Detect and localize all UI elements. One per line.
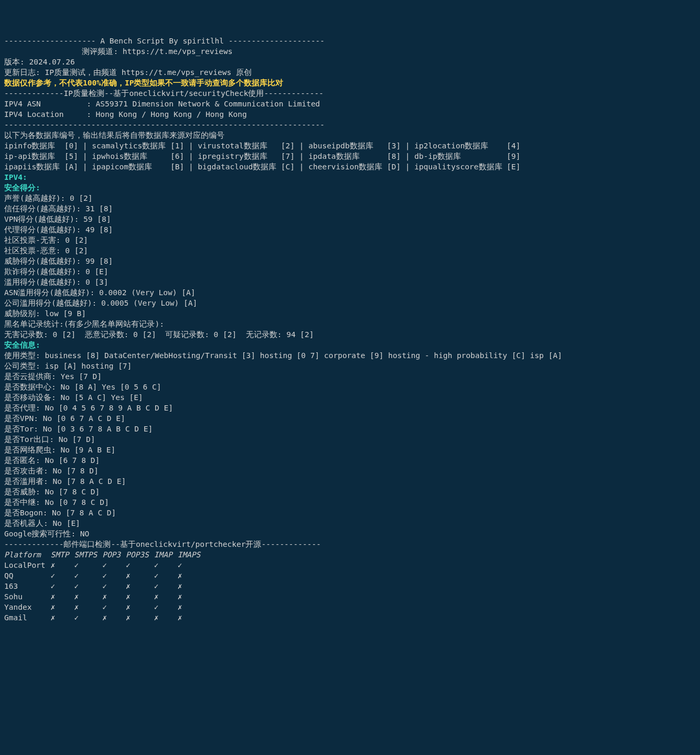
sec-score-11: 威胁级别: low [9 B] bbox=[4, 309, 86, 318]
sec-info-15: 是否Bogon: No [7 8 A C D] bbox=[4, 509, 116, 517]
port-row: Yandex✗✗✓✗✓✗ bbox=[4, 602, 206, 612]
port-status-cell: ✗ bbox=[51, 602, 74, 612]
sec-score-7: 欺诈得分(越低越好): 0 [E] bbox=[4, 267, 109, 276]
sec-score-9: ASN滥用得分(越低越好): 0.0002 (Very Low) [A] bbox=[4, 288, 195, 297]
sec-score-4: 社区投票-无害: 0 [2] bbox=[4, 236, 88, 244]
platform-cell: LocalPort bbox=[4, 560, 51, 570]
sec-info-14: 是否中继: No [0 7 8 C D] bbox=[4, 498, 109, 506]
sec-info-7: 是否Tor: No [0 3 6 7 8 A B C D E] bbox=[4, 425, 153, 433]
version-line: 版本: 2024.07.26 bbox=[4, 58, 75, 66]
port-status-cell: ✓ bbox=[51, 570, 74, 581]
port-section-header: -------------邮件端口检测--基于oneclickvirt/port… bbox=[4, 540, 321, 548]
port-status-cell: ✗ bbox=[102, 591, 126, 602]
sec-score-label: 安全得分: bbox=[4, 184, 40, 192]
warning-line: 数据仅作参考，不代表100%准确，IP类型如果不一致请手动查询多个数据库比对 bbox=[4, 79, 283, 87]
port-status-cell: ✗ bbox=[102, 612, 126, 623]
ipv4-location: IPV4 Location : Hong Kong / Hong Kong / … bbox=[4, 110, 247, 118]
port-status-cell: ✗ bbox=[126, 591, 154, 602]
port-status-cell: ✗ bbox=[126, 612, 154, 623]
port-status-cell: ✗ bbox=[178, 591, 206, 602]
port-header-cell: Platform bbox=[4, 549, 51, 560]
sec-score-6: 威胁得分(越低越好): 99 [8] bbox=[4, 257, 113, 265]
port-status-cell: ✓ bbox=[74, 612, 103, 623]
port-row: Sohu✗✗✗✗✗✗ bbox=[4, 591, 206, 602]
port-header-cell: POP3S bbox=[126, 549, 154, 560]
sec-info-13: 是否威胁: No [7 8 C D] bbox=[4, 488, 100, 496]
sec-info-10: 是否匿名: No [6 7 8 D] bbox=[4, 456, 100, 465]
port-status-cell: ✗ bbox=[178, 570, 206, 581]
port-row: 163✓✓✓✗✓✗ bbox=[4, 581, 206, 591]
sec-info-16: 是否机器人: No [E] bbox=[4, 519, 80, 527]
port-header-cell: IMAP bbox=[154, 549, 178, 560]
sec-score-1: 信任得分(越高越好): 31 [8] bbox=[4, 204, 113, 213]
sec-score-13: 无害记录数: 0 [2] 恶意记录数: 0 [2] 可疑记录数: 0 [2] 无… bbox=[4, 330, 314, 339]
port-header-cell: IMAPS bbox=[178, 549, 206, 560]
port-status-cell: ✗ bbox=[178, 612, 206, 623]
port-status-cell: ✓ bbox=[154, 602, 178, 612]
platform-cell: Yandex bbox=[4, 602, 51, 612]
sec-info-17: Google搜索可行性: NO bbox=[4, 530, 89, 538]
port-status-cell: ✓ bbox=[154, 581, 178, 591]
sec-info-5: 是否代理: No [0 4 5 6 7 8 9 A B C D E] bbox=[4, 404, 173, 412]
sec-info-6: 是否VPN: No [0 6 7 A C D E] bbox=[4, 414, 125, 423]
port-status-cell: ✓ bbox=[126, 560, 154, 570]
sec-info-8: 是否Tor出口: No [7 D] bbox=[4, 435, 95, 444]
sec-score-0: 声誉(越高越好): 0 [2] bbox=[4, 194, 93, 202]
sec-info-3: 是否数据中心: No [8 A] Yes [0 5 6 C] bbox=[4, 383, 161, 391]
port-header-cell: SMTPS bbox=[74, 549, 103, 560]
port-status-cell: ✗ bbox=[178, 581, 206, 591]
port-status-cell: ✓ bbox=[154, 560, 178, 570]
sec-info-4: 是否移动设备: No [5 A C] Yes [E] bbox=[4, 393, 143, 402]
sec-info-2: 是否云提供商: Yes [7 D] bbox=[4, 372, 102, 381]
port-status-cell: ✗ bbox=[51, 612, 74, 623]
port-row: LocalPort✗✓✓✓✓✓ bbox=[4, 560, 206, 570]
port-status-cell: ✓ bbox=[178, 560, 206, 570]
port-status-cell: ✓ bbox=[102, 602, 126, 612]
port-status-cell: ✗ bbox=[178, 602, 206, 612]
port-status-cell: ✓ bbox=[154, 570, 178, 581]
port-status-cell: ✓ bbox=[74, 560, 103, 570]
port-status-cell: ✗ bbox=[51, 560, 74, 570]
platform-cell: 163 bbox=[4, 581, 51, 591]
db-intro: 以下为各数据库编号，输出结果后将自带数据库来源对应的编号 bbox=[4, 131, 224, 139]
sec-info-12: 是否滥用者: No [7 8 A C D E] bbox=[4, 477, 126, 486]
platform-cell: Sohu bbox=[4, 591, 51, 602]
sec-info-9: 是否网络爬虫: No [9 A B E] bbox=[4, 446, 115, 454]
port-status-cell: ✗ bbox=[154, 612, 178, 623]
port-status-cell: ✗ bbox=[74, 602, 103, 612]
title-line: -------------------- A Bench Script By s… bbox=[4, 37, 325, 45]
sec-score-12: 黑名单记录统计:(有多少黑名单网站有记录): bbox=[4, 320, 164, 328]
port-status-cell: ✗ bbox=[126, 570, 154, 581]
terminal-output: -------------------- A Bench Script By s… bbox=[4, 36, 696, 623]
changelog-line: 更新日志: IP质量测试，由频道 https://t.me/vps_review… bbox=[4, 68, 252, 77]
port-status-cell: ✗ bbox=[126, 581, 154, 591]
platform-cell: Gmail bbox=[4, 612, 51, 623]
port-row: Gmail✗✓✗✗✗✗ bbox=[4, 612, 206, 623]
sec-score-5: 社区投票-恶意: 0 [2] bbox=[4, 246, 88, 255]
sec-info-11: 是否攻击者: No [7 8 D] bbox=[4, 467, 99, 475]
port-status-cell: ✓ bbox=[51, 581, 74, 591]
port-row: QQ✓✓✓✗✓✗ bbox=[4, 570, 206, 581]
port-status-cell: ✗ bbox=[51, 591, 74, 602]
port-status-cell: ✗ bbox=[154, 591, 178, 602]
ipq-section-header: -------------IP质量检测--基于oneclickvirt/secu… bbox=[4, 89, 324, 98]
db-row-2: ipapiis数据库 [A] | ipapicom数据库 [B] | bigda… bbox=[4, 163, 521, 171]
sec-info-0: 使用类型: business [8] DataCenter/WebHosting… bbox=[4, 351, 562, 360]
port-status-cell: ✓ bbox=[74, 581, 103, 591]
ipv4-label: IPV4: bbox=[4, 173, 27, 181]
sec-score-10: 公司滥用得分(越低越好): 0.0005 (Very Low) [A] bbox=[4, 299, 197, 307]
divider: ----------------------------------------… bbox=[4, 121, 325, 129]
port-status-cell: ✓ bbox=[102, 560, 126, 570]
port-status-cell: ✗ bbox=[126, 602, 154, 612]
port-status-cell: ✓ bbox=[102, 570, 126, 581]
port-status-cell: ✓ bbox=[102, 581, 126, 591]
db-row-0: ipinfo数据库 [0] | scamalytics数据库 [1] | vir… bbox=[4, 142, 521, 150]
port-header-cell: SMTP bbox=[51, 549, 74, 560]
sec-score-2: VPN得分(越低越好): 59 [8] bbox=[4, 215, 111, 223]
channel-line: 测评频道: https://t.me/vps_reviews bbox=[4, 47, 232, 56]
db-row-1: ip-api数据库 [5] | ipwhois数据库 [6] | ipregis… bbox=[4, 152, 521, 160]
sec-score-3: 代理得分(越低越好): 49 [8] bbox=[4, 225, 113, 234]
port-status-cell: ✗ bbox=[74, 591, 103, 602]
sec-info-label: 安全信息: bbox=[4, 341, 40, 349]
platform-cell: QQ bbox=[4, 570, 51, 581]
